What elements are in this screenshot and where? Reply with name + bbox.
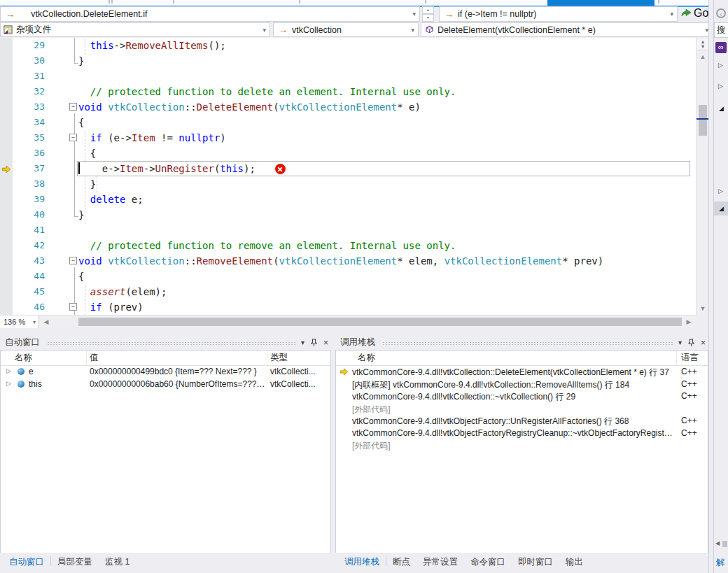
column-header-type[interactable]: 类型 xyxy=(270,352,288,364)
solution-search-input[interactable]: 搜 xyxy=(714,22,728,38)
tab-right-2[interactable]: 断点 xyxy=(386,553,416,570)
class-dropdown[interactable]: → vtkCollection ▾ xyxy=(273,22,419,37)
column-separator[interactable] xyxy=(86,351,87,365)
callstack-frame[interactable]: vtkCommonCore-9.4.dll!vtkObjectFactory::… xyxy=(336,415,708,427)
tree-expander-icon[interactable]: ◢ xyxy=(719,205,724,212)
code-line[interactable]: 43−void vtkCollection::RemoveElement(vtk… xyxy=(0,253,696,269)
fold-margin xyxy=(45,238,78,253)
scrollbar-thumb[interactable] xyxy=(722,541,727,547)
chevron-down-icon[interactable]: ▾ xyxy=(666,10,677,17)
callstack-frame[interactable]: vtkCommonCore-9.4.dll!vtkCollection::~vt… xyxy=(336,390,708,403)
code-text: if (e->Item != nullptr) xyxy=(78,130,226,146)
pin-icon[interactable] xyxy=(311,339,317,347)
code-line[interactable]: 34{ xyxy=(0,115,696,130)
editor-horizontal-scrollbar[interactable]: 136 % ▾ ◀ ▶ xyxy=(0,315,696,327)
tab-left-2[interactable]: 局部变量 xyxy=(51,553,99,570)
spin-down-button[interactable]: ▾ xyxy=(422,14,434,22)
chevron-down-icon[interactable]: ▾ xyxy=(409,10,419,17)
code-line[interactable]: 40} xyxy=(0,207,696,222)
code-line[interactable]: 39 delete e; xyxy=(0,192,696,207)
tab-left-3[interactable]: 监视 1 xyxy=(99,553,136,570)
fold-collapse-button[interactable]: − xyxy=(69,103,77,111)
column-separator[interactable] xyxy=(676,351,677,365)
back-button[interactable]: ‹ xyxy=(716,8,726,18)
close-icon[interactable]: × xyxy=(701,339,706,346)
code-text: // protected function to remove an eleme… xyxy=(78,238,456,253)
tree-expander-icon[interactable]: ▷ xyxy=(6,367,11,374)
tab-left-1[interactable]: 自动窗口 xyxy=(3,553,50,570)
visual-studio-logo-icon: ∞ xyxy=(715,42,727,53)
callstack-panel-titlebar[interactable]: 调用堆栈 ▾ × xyxy=(335,335,708,350)
pin-icon[interactable] xyxy=(688,339,694,347)
callstack-frame[interactable]: [内联框架] vtkCommonCore-9.4.dll!vtkCollecti… xyxy=(336,379,708,391)
code-line[interactable]: 32 // protected function to delete an el… xyxy=(0,84,696,99)
scroll-down-button[interactable]: ▼ xyxy=(697,304,708,313)
editor-vertical-scrollbar[interactable]: ▴▾ ▲ ▼ xyxy=(696,38,708,315)
tree-expander-icon[interactable]: ▷ xyxy=(6,380,11,387)
code-line[interactable]: 41 xyxy=(0,222,696,238)
code-line[interactable]: 44{ xyxy=(0,269,696,284)
condition-dropdown[interactable]: → if (e->Item != nullptr) ▾ xyxy=(439,6,678,22)
code-line[interactable]: 38 } xyxy=(0,176,696,192)
go-button[interactable]: Go xyxy=(680,5,708,22)
tab-right-6[interactable]: 输出 xyxy=(559,553,589,570)
tree-expander-icon[interactable]: ▷ xyxy=(718,62,723,69)
column-header-language[interactable]: 语言 xyxy=(681,352,699,364)
code-text: void vtkCollection::DeleteElement(vtkCol… xyxy=(78,99,421,115)
bookmark-dropdown[interactable]: ‹ → vtkCollection.DeleteElement.if ▾ xyxy=(0,6,420,22)
close-icon[interactable]: × xyxy=(323,339,328,346)
callstack-frame[interactable]: vtkCommonCore-9.4.dll!vtkObjectFactoryRe… xyxy=(336,427,708,440)
tab-right-5[interactable]: 即时窗口 xyxy=(512,553,559,570)
column-header-value[interactable]: 值 xyxy=(90,352,99,364)
code-line[interactable]: 33−void vtkCollection::DeleteElement(vtk… xyxy=(0,99,696,115)
callstack-frame[interactable]: [外部代码] xyxy=(336,439,708,452)
column-header-name[interactable]: 名称 xyxy=(15,352,32,364)
code-line[interactable]: 29 this->RemoveAllItems(); xyxy=(0,38,696,53)
code-token xyxy=(78,132,90,143)
window-menu-icon[interactable]: ▾ xyxy=(301,339,304,346)
spin-up-button[interactable]: ▴ xyxy=(422,6,434,14)
code-line[interactable]: 36 { xyxy=(0,146,696,161)
method-dropdown[interactable]: DeleteElement(vtkCollectionElement * e) … xyxy=(421,22,713,37)
code-line[interactable]: 45 assert(elem); xyxy=(0,284,696,299)
code-line[interactable]: 37 e->Item->UnRegister(this); xyxy=(0,161,696,176)
callstack-frame[interactable]: vtkCommonCore-9.4.dll!vtkCollection::Del… xyxy=(336,366,708,379)
tree-expander-icon[interactable]: ▷ xyxy=(718,188,723,194)
scroll-left-button[interactable]: ◀ xyxy=(41,317,52,327)
chevron-down-icon[interactable]: ▾ xyxy=(407,27,418,34)
tree-expander-icon[interactable]: ◢ xyxy=(719,105,724,112)
column-separator[interactable] xyxy=(267,351,267,365)
variable-row[interactable]: ▷e0x000000000499bdc0 {Item=??? Next=??? … xyxy=(1,366,330,379)
column-header-name[interactable]: 名称 xyxy=(358,352,375,364)
code-line[interactable]: 35− if (e->Item != nullptr) xyxy=(0,130,696,146)
tab-right-4[interactable]: 命令窗口 xyxy=(464,553,512,570)
code-line[interactable]: 30} xyxy=(0,53,696,69)
tab-solution-explorer[interactable]: 解 xyxy=(716,557,725,569)
vertical-splitter[interactable] xyxy=(708,0,714,573)
project-dropdown[interactable]: 杂项文件 ▾ xyxy=(0,22,270,37)
window-menu-icon[interactable]: ▾ xyxy=(678,339,682,346)
fold-collapse-button[interactable]: − xyxy=(69,257,77,264)
titlebar-grip xyxy=(47,341,295,346)
code-line[interactable]: 46− if (prev) xyxy=(0,299,696,315)
fold-collapse-button[interactable]: − xyxy=(69,134,77,141)
variable-row[interactable]: ▷this0x00000000006bab60 {NumberOfItems=?… xyxy=(1,379,330,391)
scroll-left-button[interactable]: ◀ xyxy=(715,540,720,546)
scroll-right-button[interactable]: ▶ xyxy=(683,317,694,327)
code-line[interactable]: 31 xyxy=(0,69,696,84)
fold-collapse-button[interactable]: − xyxy=(69,303,77,311)
tab-right-1[interactable]: 调用堆栈 xyxy=(338,553,386,570)
scrollbar-thumb[interactable] xyxy=(78,318,682,326)
scroll-up-button[interactable]: ▲ xyxy=(697,52,708,62)
code-editor[interactable]: 29 this->RemoveAllItems();30}3132 // pro… xyxy=(0,38,696,315)
tree-expander-icon[interactable]: ▷ xyxy=(718,83,723,90)
scrollbar-thumb[interactable] xyxy=(699,105,707,136)
callstack-frame[interactable]: [外部代码] xyxy=(336,403,708,416)
code-line[interactable]: 42 // protected function to remove an el… xyxy=(0,238,696,253)
chevron-down-icon[interactable]: ▾ xyxy=(259,27,270,34)
split-window-handle[interactable]: ▴▾ xyxy=(697,39,708,50)
zoom-level-dropdown[interactable]: 136 % ▾ xyxy=(0,316,39,328)
autos-panel-titlebar[interactable]: 自动窗口 ▾ × xyxy=(0,335,331,350)
line-number: 29 xyxy=(0,38,45,53)
tab-right-3[interactable]: 异常设置 xyxy=(416,553,464,570)
